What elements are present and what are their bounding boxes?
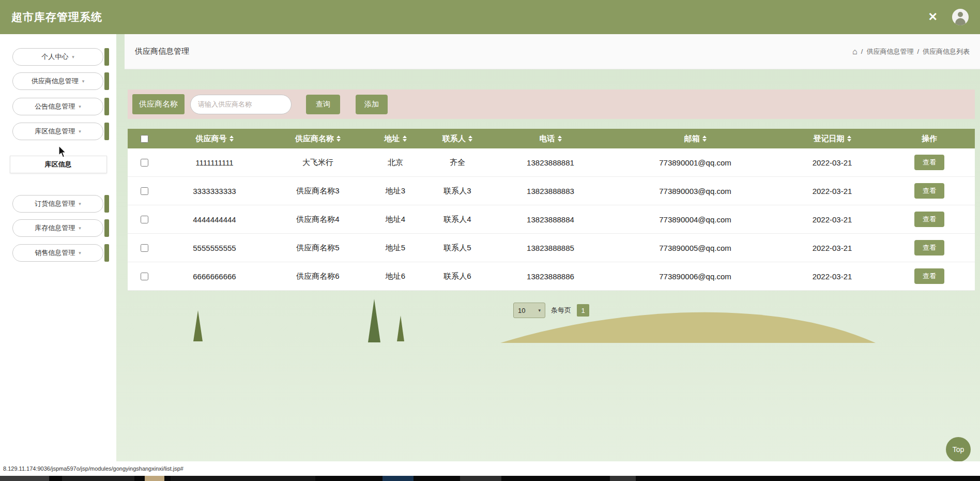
- cell-supplier-id: 6666666666: [160, 272, 269, 281]
- sidebar-item-supplier-info[interactable]: 供应商信息管理▾: [12, 72, 116, 90]
- top-header: 超市库存管理系统 ✕: [0, 0, 980, 34]
- decor-landscape: [116, 284, 980, 461]
- view-button[interactable]: 查看: [914, 155, 944, 170]
- menu-accent-bar: [104, 48, 109, 66]
- cell-contact: 联系人4: [424, 215, 491, 224]
- close-icon[interactable]: ✕: [928, 10, 938, 24]
- query-button[interactable]: 查询: [306, 95, 340, 114]
- taskbar-item[interactable]: [610, 476, 636, 481]
- cell-email: 773890005@qq.com: [610, 244, 780, 252]
- app-window: 超市库存管理系统 ✕ 个人中心▾ 供应商信息管理▾ 公告信息管理▾ 库区信息管理…: [0, 0, 980, 481]
- search-field-label: 供应商名称: [132, 94, 185, 114]
- cell-address: 地址5: [367, 243, 424, 253]
- search-bar: 供应商名称 查询 添加: [128, 89, 975, 119]
- page-title: 供应商信息管理: [135, 47, 189, 56]
- sort-icon: [229, 136, 234, 142]
- cell-phone: 13823888883: [491, 187, 610, 196]
- view-button[interactable]: 查看: [914, 183, 944, 199]
- cell-contact: 联系人6: [424, 272, 491, 281]
- cell-supplier-id: 1111111111: [160, 158, 269, 167]
- status-bar: 8.129.11.174:9036/jspma597o/jsp/modules/…: [0, 461, 980, 476]
- row-checkbox[interactable]: [141, 273, 148, 280]
- cell-phone: 13823888886: [491, 272, 610, 281]
- cell-address: 地址6: [367, 272, 424, 281]
- chevron-down-icon: ▾: [82, 79, 85, 84]
- cell-email: 773890006@qq.com: [610, 272, 780, 281]
- sidebar-item-label: 销售信息管理: [35, 248, 75, 258]
- search-input[interactable]: [190, 95, 292, 114]
- column-header-supplier-id[interactable]: 供应商号: [160, 134, 269, 144]
- sidebar-item-personal-center[interactable]: 个人中心▾: [12, 48, 116, 66]
- taskbar[interactable]: [0, 476, 980, 481]
- cell-supplier-id: 5555555555: [160, 244, 269, 252]
- cell-phone: 13823888881: [491, 158, 610, 167]
- column-header-actions: 操作: [884, 134, 975, 144]
- select-all-checkbox[interactable]: [141, 135, 148, 143]
- column-header-contact[interactable]: 联系人: [424, 134, 491, 144]
- menu-accent-bar: [104, 98, 109, 115]
- sidebar-item-label: 公告信息管理: [35, 102, 75, 111]
- cell-supplier-name: 供应商名称4: [269, 215, 367, 224]
- cell-address: 地址3: [367, 186, 424, 196]
- cell-address: 地址4: [367, 215, 424, 224]
- sort-icon: [558, 136, 562, 142]
- back-to-top-button[interactable]: Top: [946, 437, 971, 462]
- table-row: 3333333333 供应商名称3 地址3 联系人3 13823888883 7…: [128, 177, 975, 205]
- sidebar-item-order-info[interactable]: 订货信息管理▾: [12, 195, 116, 213]
- cell-date: 2022-03-21: [780, 158, 884, 167]
- taskbar-item[interactable]: [62, 476, 134, 481]
- sidebar-item-announcement[interactable]: 公告信息管理▾: [12, 98, 116, 115]
- menu-accent-bar: [104, 195, 109, 213]
- table-row: 5555555555 供应商名称5 地址5 联系人5 13823888885 7…: [128, 234, 975, 262]
- cell-email: 773890004@qq.com: [610, 215, 780, 224]
- column-header-supplier-name[interactable]: 供应商名称: [269, 134, 367, 144]
- view-button[interactable]: 查看: [914, 212, 944, 227]
- sort-icon: [336, 136, 341, 142]
- taskbar-item[interactable]: [171, 476, 315, 481]
- sidebar-item-label: 供应商信息管理: [32, 77, 79, 86]
- sidebar-item-sales-info[interactable]: 销售信息管理▾: [12, 244, 116, 262]
- mouse-cursor: [58, 145, 68, 159]
- breadcrumb-sep: /: [917, 48, 919, 55]
- cell-date: 2022-03-21: [780, 272, 884, 281]
- menu-accent-bar: [104, 219, 109, 237]
- taskbar-item[interactable]: [145, 476, 164, 481]
- app-title: 超市库存管理系统: [11, 10, 102, 24]
- sidebar-item-inventory-info[interactable]: 库存信息管理▾: [12, 219, 116, 237]
- add-button[interactable]: 添加: [356, 95, 388, 114]
- row-checkbox[interactable]: [141, 187, 148, 195]
- user-avatar[interactable]: [952, 9, 969, 25]
- sort-icon: [403, 136, 407, 142]
- row-checkbox[interactable]: [141, 159, 148, 167]
- view-button[interactable]: 查看: [914, 268, 944, 284]
- cell-supplier-id: 4444444444: [160, 215, 269, 224]
- breadcrumb-item[interactable]: 供应商信息管理: [866, 47, 913, 56]
- row-checkbox[interactable]: [141, 244, 148, 252]
- column-header-address[interactable]: 地址: [367, 134, 424, 144]
- chevron-down-icon: ▾: [79, 104, 81, 109]
- home-icon[interactable]: ⌂: [852, 47, 858, 56]
- view-button[interactable]: 查看: [914, 240, 944, 255]
- column-header-email[interactable]: 邮箱: [610, 134, 780, 144]
- table-header: 供应商号 供应商名称 地址 联系人 电话 邮箱 登记日期 操作: [128, 129, 975, 148]
- person-icon: [958, 12, 963, 17]
- cell-phone: 13823888885: [491, 244, 610, 252]
- sidebar-item-label: 订货信息管理: [35, 199, 75, 208]
- column-header-phone[interactable]: 电话: [491, 134, 610, 144]
- cell-supplier-name: 供应商名称6: [269, 272, 367, 281]
- cell-supplier-name: 供应商名称5: [269, 243, 367, 253]
- breadcrumb-item: 供应商信息列表: [923, 47, 970, 56]
- chevron-down-icon: ▾: [79, 201, 81, 206]
- cell-contact: 联系人5: [424, 243, 491, 253]
- taskbar-item[interactable]: [382, 476, 414, 481]
- taskbar-item[interactable]: [0, 476, 49, 481]
- cell-supplier-id: 3333333333: [160, 187, 269, 196]
- sidebar-item-warehouse-area[interactable]: 库区信息管理▾: [12, 123, 116, 140]
- column-header-date[interactable]: 登记日期: [780, 134, 884, 144]
- sort-icon: [847, 136, 851, 142]
- cell-supplier-name: 大飞米行: [269, 158, 367, 168]
- page-titlebar: 供应商信息管理 ⌂ / 供应商信息管理 / 供应商信息列表: [125, 34, 980, 69]
- taskbar-item[interactable]: [460, 476, 501, 481]
- row-checkbox[interactable]: [141, 216, 148, 223]
- sort-icon: [468, 136, 472, 142]
